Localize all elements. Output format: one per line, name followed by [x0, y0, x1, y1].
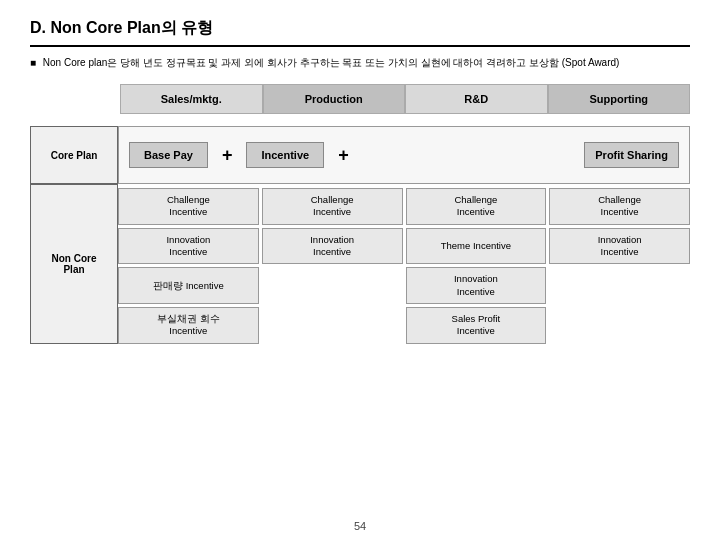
noncore-plan-label: Non CorePlan	[30, 184, 118, 344]
noncore-cell	[549, 307, 690, 344]
left-labels: Core Plan Non CorePlan	[30, 126, 118, 344]
noncore-cell: 부실채권 회수Incentive	[118, 307, 259, 344]
content-area: Base Pay + Incentive + Profit Sharing Ch…	[118, 126, 690, 344]
page: D. Non Core Plan의 유형 ■ Non Core plan은 당해…	[0, 0, 720, 540]
plus-icon-1: +	[208, 145, 247, 166]
noncore-cell: ChallengeIncentive	[262, 188, 403, 225]
noncore-cell	[262, 267, 403, 304]
core-plan-row: Base Pay + Incentive + Profit Sharing	[118, 126, 690, 184]
page-number: 54	[354, 520, 366, 532]
noncore-cell: 판매량 Incentive	[118, 267, 259, 304]
bullet-icon: ■	[30, 57, 36, 68]
tab-rd: R&D	[405, 84, 548, 114]
incentive-box: Incentive	[246, 142, 324, 168]
tab-sales: Sales/mktg.	[120, 84, 263, 114]
noncore-cell: InnovationIncentive	[262, 228, 403, 265]
noncore-cell: ChallengeIncentive	[406, 188, 547, 225]
core-plan-label: Core Plan	[30, 126, 118, 184]
noncore-cell: InnovationIncentive	[549, 228, 690, 265]
noncore-cell: Sales ProfitIncentive	[406, 307, 547, 344]
tab-supporting: Supporting	[548, 84, 691, 114]
main-area: Core Plan Non CorePlan Base Pay + Incent…	[30, 126, 690, 344]
noncore-cell	[262, 307, 403, 344]
plus-icon-2: +	[324, 145, 363, 166]
noncore-cell: InnovationIncentive	[406, 267, 547, 304]
page-title: D. Non Core Plan의 유형	[30, 18, 690, 39]
category-tabs: Sales/mktg. Production R&D Supporting	[120, 84, 690, 114]
noncore-cell: ChallengeIncentive	[549, 188, 690, 225]
description-content: Non Core plan은 당해 년도 정규목표 및 과제 외에 회사가 추구…	[43, 57, 620, 68]
noncore-cell: InnovationIncentive	[118, 228, 259, 265]
noncore-cell: Theme Incentive	[406, 228, 547, 265]
noncore-cell: ChallengeIncentive	[118, 188, 259, 225]
noncore-grid: ChallengeIncentiveChallengeIncentiveChal…	[118, 188, 690, 344]
description-text: ■ Non Core plan은 당해 년도 정규목표 및 과제 외에 회사가 …	[30, 55, 690, 70]
profit-sharing-box: Profit Sharing	[584, 142, 679, 168]
noncore-cell	[549, 267, 690, 304]
tab-production: Production	[263, 84, 406, 114]
base-pay-box: Base Pay	[129, 142, 208, 168]
